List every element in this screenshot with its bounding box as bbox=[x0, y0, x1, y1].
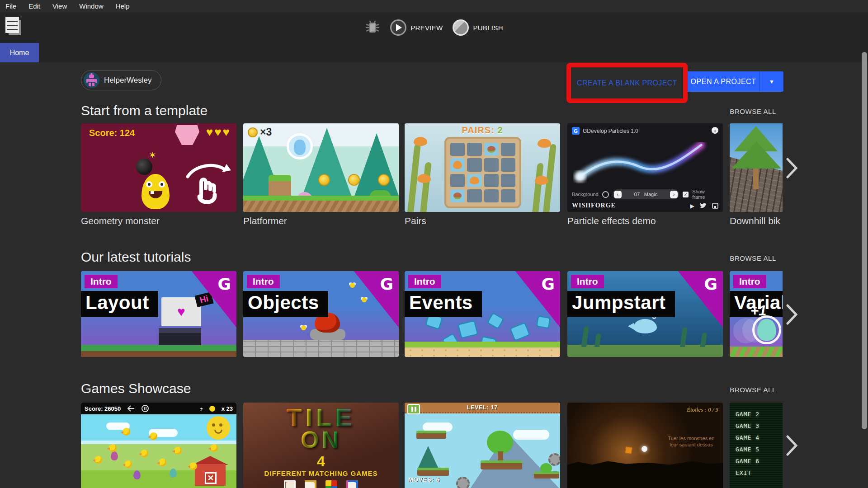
avatar bbox=[84, 72, 99, 88]
mini-previews bbox=[243, 480, 399, 488]
section-title-templates: Start from a template bbox=[81, 103, 208, 118]
chevron-down-icon[interactable]: ▼ bbox=[760, 79, 783, 85]
showcase-card-crt-menu[interactable]: GAME 2 GAME 3 GAME 4 GAME 5 GAME 6 EXIT bbox=[730, 403, 783, 488]
menu-edit[interactable]: Edit bbox=[28, 2, 40, 10]
tutorial-card-intro-jumpstart[interactable]: G Intro Jumpstart bbox=[567, 271, 723, 357]
template-card-pairs[interactable]: PAIRS: 2 bbox=[405, 123, 560, 212]
game-hud: Score: 26050 ♪ x 23 bbox=[81, 403, 236, 414]
tutorial-title: Layout bbox=[81, 291, 158, 317]
saw-blade bbox=[456, 477, 470, 488]
player-ball bbox=[642, 446, 647, 452]
create-blank-project-button[interactable]: CREATE A BLANK PROJECT bbox=[577, 79, 677, 87]
tutorial-card-intro-objects[interactable]: G Intro Objects bbox=[243, 271, 399, 357]
browse-all-tutorials[interactable]: BROWSE ALL bbox=[730, 254, 776, 262]
card-title: Pairs bbox=[405, 216, 426, 226]
seaweed bbox=[594, 333, 601, 347]
scrollbar-thumb[interactable] bbox=[862, 52, 867, 429]
scroll-right-showcase[interactable] bbox=[786, 435, 798, 456]
tutorial-card-intro-variables[interactable]: G Intro Variab +1 bbox=[730, 271, 783, 357]
template-card-downhill-bike[interactable]: G bbox=[730, 123, 783, 212]
template-card-row: Score: 124 ♥♥♥ ✶ ×3 bbox=[81, 123, 783, 212]
menu-item: GAME 4 bbox=[736, 434, 760, 441]
level-bar: LEVEL: 17 bbox=[405, 403, 560, 413]
seaweed bbox=[700, 333, 707, 347]
menu-item: GAME 6 bbox=[736, 458, 760, 465]
alien-character bbox=[287, 133, 313, 160]
showcase-card-pixel-platformer[interactable]: LEVEL: 17 MOVES: 6 bbox=[405, 403, 560, 488]
memory-board bbox=[444, 137, 521, 208]
effect-selector[interactable]: ‹ 07 - Magic › bbox=[613, 189, 679, 199]
tutorial-card-intro-layout[interactable]: G Intro Layout ♥ Hi bbox=[81, 271, 236, 357]
menu-file[interactable]: File bbox=[5, 2, 16, 10]
fish bbox=[417, 174, 431, 183]
tab-home[interactable]: Home bbox=[0, 43, 39, 62]
template-card-particle-effects[interactable]: G GDevelop Particles 1.0 i Background bbox=[567, 123, 723, 212]
open-project-label: OPEN A PROJECT bbox=[684, 78, 760, 86]
coin-icon bbox=[248, 127, 258, 137]
intro-badge: Intro bbox=[733, 275, 766, 288]
browse-all-templates[interactable]: BROWSE ALL bbox=[730, 108, 776, 115]
card-title: Platformer bbox=[243, 216, 287, 226]
showcase-card-tile-on[interactable]: TILE ON 4 DIFFERENT MATCHING GAMES bbox=[243, 403, 399, 488]
prev-icon[interactable]: ‹ bbox=[614, 191, 622, 198]
gdevelop-window: File Edit View Window Help bbox=[0, 0, 868, 488]
open-project-button[interactable]: OPEN A PROJECT ▼ bbox=[684, 71, 783, 92]
next-icon[interactable]: › bbox=[670, 191, 678, 198]
showcase-card-dark-monsters[interactable]: Étoiles : 0 / 3 Tuer les monstres en leu… bbox=[567, 403, 723, 488]
ground bbox=[243, 196, 399, 212]
scroll-right-tutorials[interactable] bbox=[786, 304, 798, 325]
fish-character bbox=[633, 319, 657, 333]
fish bbox=[535, 176, 548, 185]
toolbar: PREVIEW PUBLISH bbox=[0, 12, 868, 43]
section-title-showcase: Games Showcase bbox=[81, 381, 191, 396]
character-highlight-ring bbox=[752, 315, 781, 344]
back-arrow-icon bbox=[127, 405, 135, 412]
template-card-platformer[interactable]: ×3 bbox=[243, 123, 399, 212]
user-profile-chip[interactable]: HelperWesley bbox=[81, 70, 161, 90]
chick-icon bbox=[209, 406, 215, 412]
showcase-card-easter-game[interactable]: Score: 26050 ♪ x 23 ✕ bbox=[81, 403, 236, 488]
moves-text: MOVES: 6 bbox=[408, 476, 440, 483]
preview-button[interactable]: PREVIEW bbox=[390, 19, 443, 36]
annotation-red-rectangle: CREATE A BLANK PROJECT bbox=[566, 63, 688, 103]
fuse-spark: ✶ bbox=[149, 150, 156, 160]
menu-view[interactable]: View bbox=[52, 2, 67, 10]
fish bbox=[414, 137, 427, 146]
checkbox-icon[interactable]: ✓ bbox=[683, 192, 689, 197]
ground bbox=[405, 342, 560, 357]
pause-button[interactable] bbox=[407, 404, 420, 414]
barn-door: ✕ bbox=[205, 472, 217, 484]
menu-help[interactable]: Help bbox=[116, 2, 130, 10]
card-title: Geometry monster bbox=[81, 216, 160, 226]
menu-item: GAME 5 bbox=[736, 446, 760, 453]
hand-swipe-icon bbox=[179, 160, 234, 207]
seaweed bbox=[680, 327, 688, 347]
browse-all-showcase[interactable]: BROWSE ALL bbox=[730, 386, 776, 394]
radio-icon bbox=[602, 191, 609, 198]
itch-icon bbox=[712, 203, 718, 209]
template-card-geometry-monster[interactable]: Score: 124 ♥♥♥ ✶ bbox=[81, 123, 236, 212]
fly bbox=[301, 325, 306, 330]
menu-window[interactable]: Window bbox=[79, 2, 103, 10]
platform bbox=[481, 460, 522, 469]
pine-tree bbox=[418, 446, 438, 468]
intro-badge: Intro bbox=[247, 275, 280, 288]
score-text: Score: 26050 bbox=[85, 405, 121, 412]
tutorial-title: Jumpstart bbox=[567, 291, 675, 317]
tutorial-card-intro-events[interactable]: G Intro Events bbox=[405, 271, 560, 357]
score-text: Score: 124 bbox=[89, 128, 135, 138]
saw-blade bbox=[548, 453, 560, 466]
twitter-icon bbox=[700, 203, 707, 209]
preview-play-icon bbox=[390, 19, 406, 36]
subtitle-text: DIFFERENT MATCHING GAMES bbox=[243, 469, 399, 477]
gdevelop-logo-icon: G bbox=[380, 275, 393, 293]
stars-counter: Étoiles : 0 / 3 bbox=[687, 406, 718, 413]
publish-button[interactable]: PUBLISH bbox=[453, 19, 503, 36]
pentagon-shape bbox=[175, 125, 199, 145]
easter-egg bbox=[133, 470, 141, 479]
ground-silhouette bbox=[567, 454, 723, 488]
pause-icon bbox=[142, 405, 149, 412]
debugger-bug-icon[interactable] bbox=[365, 20, 380, 35]
scroll-right-templates[interactable] bbox=[786, 158, 798, 178]
platform-block bbox=[269, 175, 291, 197]
